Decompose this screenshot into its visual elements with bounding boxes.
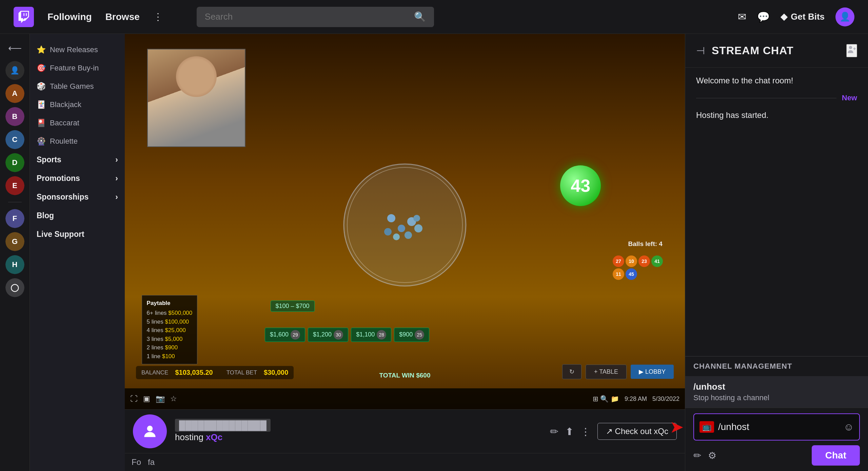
checkout-arrow-icon: ↗	[606, 427, 613, 436]
bits-diamond-icon: ◆	[781, 12, 787, 22]
sidebar-avatar-9[interactable]: H	[5, 255, 24, 274]
get-bits-button[interactable]: ◆ Get Bits	[781, 12, 825, 22]
sidebar-avatar-7[interactable]: F	[5, 209, 24, 228]
table-button[interactable]: + TABLE	[586, 365, 627, 379]
sidebar-avatar-8[interactable]: G	[5, 232, 24, 251]
chat-settings-icon-button[interactable]: ⚙	[708, 450, 716, 461]
refresh-button[interactable]: ↻	[562, 364, 581, 379]
pip-button[interactable]: ▣	[143, 394, 150, 403]
svg-point-2	[387, 214, 395, 222]
sidebar-category-live-support[interactable]: Live Support	[30, 225, 125, 244]
bottom-follow-bar: Fo fa	[125, 453, 685, 471]
lobby-button[interactable]: ▶ LOBBY	[631, 365, 674, 379]
unhost-command-item[interactable]: /unhost Stop hosting a channel	[685, 376, 868, 408]
fullscreen-button[interactable]: ⛶	[130, 394, 138, 403]
screenshot-button[interactable]: 📷	[156, 394, 165, 403]
channel-mgmt-header: CHANNEL MANAGEMENT	[685, 356, 868, 376]
sidebar-category-sports[interactable]: Sports ›	[30, 150, 125, 169]
search-input[interactable]	[197, 12, 406, 22]
sidebar-item-table-games[interactable]: 🎲 Table Games	[30, 77, 125, 96]
edit-button[interactable]: ✏	[550, 426, 558, 437]
more-options-button[interactable]: ⋮	[580, 426, 591, 437]
new-releases-icon: ⭐	[37, 45, 46, 54]
sidebar-item-new-releases[interactable]: ⭐ New Releases	[30, 41, 125, 59]
follow-text-2: fa	[148, 457, 155, 467]
get-bits-label: Get Bits	[791, 12, 825, 22]
svg-point-7	[414, 224, 422, 232]
table-games-label: Table Games	[50, 82, 94, 91]
new-label: New	[842, 94, 857, 102]
chat-user-manage-button[interactable]	[846, 44, 857, 57]
sidebar-item-roulette[interactable]: 🎡 Roulette	[30, 132, 125, 150]
date-display: 5/30/2022	[652, 395, 679, 403]
nav-links: Following Browse ⋮	[47, 11, 163, 22]
following-link[interactable]: Following	[47, 12, 92, 22]
chat-title: STREAM CHAT	[712, 44, 794, 57]
sidebar-item-blackjack[interactable]: 🃏 Blackjack	[30, 96, 125, 114]
top-navigation: Following Browse ⋮ 🔍 ✉ 💬 ◆ Get Bits 👤	[0, 0, 868, 34]
search-button[interactable]: 🔍	[406, 7, 434, 27]
chat-text-input[interactable]	[718, 422, 840, 432]
sidebar-category-promotions[interactable]: Promotions ›	[30, 169, 125, 188]
host-avatar	[133, 414, 167, 448]
unhost-command-label: /unhost	[693, 382, 860, 392]
sports-arrow-icon: ›	[115, 155, 118, 164]
sidebar-collapse-button[interactable]: ⟵	[6, 39, 24, 57]
svg-point-8	[384, 228, 392, 236]
host-actions: ✏ ⬆ ⋮ ↗ Check out xQc	[550, 423, 677, 440]
sidebar-avatar-2[interactable]: A	[5, 84, 24, 103]
sports-label: Sports	[37, 155, 61, 164]
welcome-message: Welcome to the chat room!	[696, 76, 857, 85]
chat-edit-icon-button[interactable]: ✏	[693, 450, 701, 461]
hosting-label: hosting	[175, 432, 203, 442]
chat-input-wrapper: ➤ 📺 ☺	[693, 413, 860, 441]
sidebar-avatar-4[interactable]: C	[5, 130, 24, 149]
roulette-label: Roulette	[50, 137, 78, 146]
chat-header: ⊣ STREAM CHAT	[685, 34, 868, 68]
hosting-started-message: Hosting has started.	[696, 110, 857, 120]
blog-label: Blog	[37, 211, 54, 220]
time-display: 9:28 AM	[625, 395, 647, 403]
sidebar-item-baccarat[interactable]: 🎴 Baccarat	[30, 114, 125, 132]
sidebar-category-blog[interactable]: Blog	[30, 206, 125, 225]
stream-video: 43 $1,600 29 $1,200 30 $1,100	[125, 34, 685, 409]
stream-content-area: 43 $1,600 29 $1,200 30 $1,100	[125, 34, 685, 471]
left-sidebar: ⟵ 👤 A B C D E F G H ◯	[0, 34, 30, 471]
chat-collapse-button[interactable]: ⊣	[696, 45, 705, 57]
host-username-blur: ██████████████	[175, 419, 271, 432]
chat-messages-area: Welcome to the chat room! New Hosting ha…	[685, 68, 868, 356]
sidebar-avatar-5[interactable]: D	[5, 153, 24, 172]
live-support-label: Live Support	[37, 230, 84, 239]
sidebar-item-feature-buyin[interactable]: 🎯 Feature Buy-in	[30, 59, 125, 77]
sidebar-avatar-6[interactable]: E	[5, 176, 24, 195]
notifications-icon-button[interactable]: 💬	[757, 11, 770, 23]
hosted-channel-link[interactable]: xQc	[206, 432, 222, 442]
sidebar-avatar-1[interactable]: 👤	[5, 61, 24, 80]
svg-point-6	[405, 231, 412, 239]
user-avatar[interactable]: 👤	[835, 7, 854, 26]
new-releases-label: New Releases	[50, 45, 98, 54]
twitch-logo[interactable]	[14, 7, 34, 27]
roulette-icon: 🎡	[37, 137, 46, 146]
promotions-arrow-icon: ›	[115, 174, 118, 183]
browse-link[interactable]: Browse	[105, 12, 140, 22]
chat-send-button[interactable]: Chat	[812, 445, 860, 466]
chat-input-area: ➤ 📺 ☺ ✏ ⚙ Chat	[685, 408, 868, 471]
emoji-button[interactable]: ☺	[844, 421, 854, 433]
more-button[interactable]: ⋮	[153, 11, 163, 22]
mail-icon-button[interactable]: ✉	[738, 11, 746, 23]
feature-buyin-icon: 🎯	[37, 64, 46, 73]
svg-point-0	[344, 164, 466, 286]
share-button[interactable]: ⬆	[565, 426, 574, 437]
sidebar-avatar-3[interactable]: B	[5, 107, 24, 126]
search-bar: 🔍	[197, 7, 434, 27]
checkout-button[interactable]: ↗ Check out xQc	[597, 423, 677, 440]
sidebar-category-sponsorships[interactable]: Sponsorships ›	[30, 188, 125, 206]
svg-point-9	[413, 215, 420, 222]
sponsorships-label: Sponsorships	[37, 192, 88, 202]
sidebar-avatar-10[interactable]: ◯	[5, 278, 24, 297]
bookmark-button[interactable]: ☆	[170, 394, 177, 403]
bingo-game-scene: 43 $1,600 29 $1,200 30 $1,100	[125, 34, 685, 409]
game-sidebar: ⭐ New Releases 🎯 Feature Buy-in 🎲 Table …	[30, 34, 125, 471]
divider-line-left	[696, 98, 836, 98]
